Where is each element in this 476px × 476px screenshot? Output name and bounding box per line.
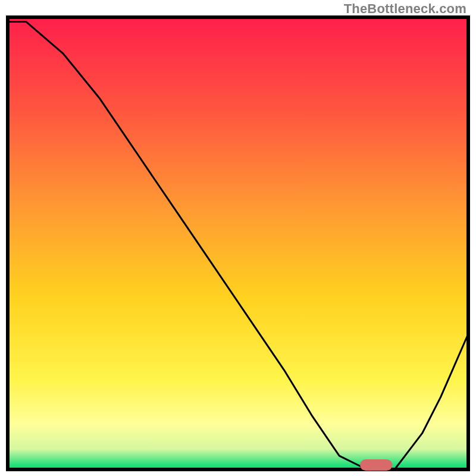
optimal-marker xyxy=(360,459,392,471)
chart-container: { "watermark": "TheBottleneck.com", "cha… xyxy=(0,0,476,476)
watermark-text: TheBottleneck.com xyxy=(344,1,466,17)
bottleneck-chart xyxy=(0,0,476,476)
gradient-background xyxy=(8,17,468,469)
